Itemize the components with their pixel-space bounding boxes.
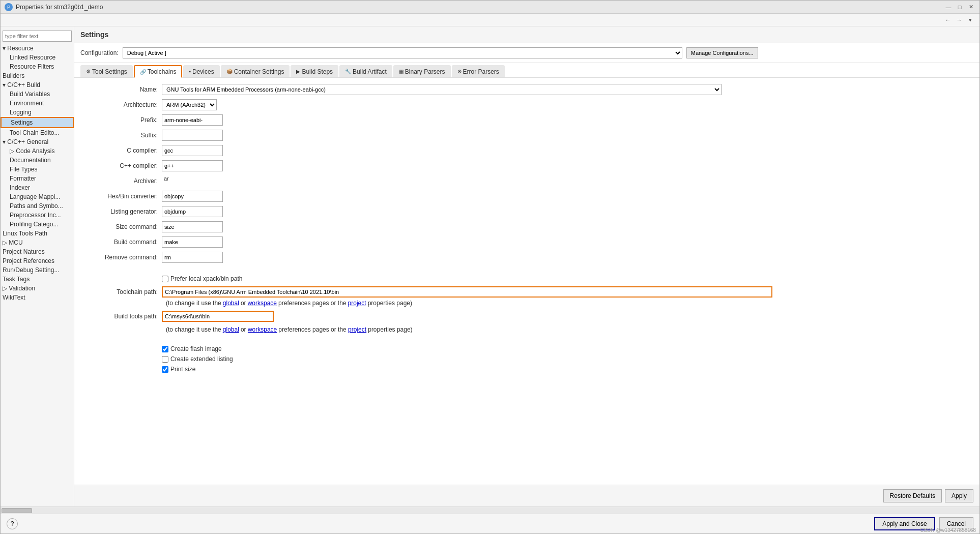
divider-1 xyxy=(80,267,973,275)
forward-button[interactable]: → xyxy=(954,15,964,25)
sidebar-item-file-types[interactable]: File Types xyxy=(1,165,74,174)
toolchain-path-hint: (to change it use the global or workspac… xyxy=(166,300,973,307)
prefer-local-label: Prefer local xpack/bin path xyxy=(170,275,242,282)
build-cmd-input[interactable] xyxy=(162,236,223,248)
tab-toolchains[interactable]: 🔗 Toolchains xyxy=(134,65,183,78)
toolchain-project-link[interactable]: project xyxy=(348,300,366,307)
minimize-button[interactable]: — xyxy=(944,3,953,12)
cpp-compiler-input[interactable] xyxy=(162,160,223,171)
remove-cmd-label: Remove command: xyxy=(80,254,162,261)
maximize-button[interactable]: □ xyxy=(955,3,964,12)
remove-cmd-input[interactable] xyxy=(162,252,223,263)
sidebar-item-builders[interactable]: Builders xyxy=(1,71,74,80)
sidebar-item-cpp-general[interactable]: ▾ C/C++ General xyxy=(1,137,74,146)
page-title: Settings xyxy=(80,31,973,39)
size-cmd-label: Size command: xyxy=(80,223,162,230)
toolchain-workspace-link[interactable]: workspace xyxy=(248,300,277,307)
sidebar-item-documentation[interactable]: Documentation xyxy=(1,156,74,165)
sidebar-item-project-natures[interactable]: Project Natures xyxy=(1,247,74,256)
c-compiler-input[interactable] xyxy=(162,145,223,156)
prefix-row: Prefix: xyxy=(80,114,973,126)
tab-tool-settings[interactable]: ⚙ Tool Settings xyxy=(80,65,133,77)
content-area: Settings Configuration: Debug [ Active ]… xyxy=(74,26,979,507)
create-extended-row: Create extended listing xyxy=(162,355,973,363)
size-cmd-input[interactable] xyxy=(162,221,223,232)
tab-error-parsers[interactable]: ⊗ Error Parsers xyxy=(452,65,505,77)
tab-build-steps[interactable]: ▶ Build Steps xyxy=(291,65,338,77)
sidebar-item-run-debug-setting[interactable]: Run/Debug Setting... xyxy=(1,265,74,275)
sidebar-item-code-analysis[interactable]: ▷ Code Analysis xyxy=(1,146,74,156)
sidebar-item-task-tags[interactable]: Task Tags xyxy=(1,275,74,284)
tab-build-steps-label: Build Steps xyxy=(302,68,333,75)
tab-build-artifact[interactable]: 🔧 Build Artifact xyxy=(339,65,392,77)
toolchain-path-input[interactable] xyxy=(162,286,772,298)
prefix-input[interactable] xyxy=(162,114,223,126)
sidebar-item-validation[interactable]: ▷ Validation xyxy=(1,284,74,293)
sidebar-item-formatter[interactable]: Formatter xyxy=(1,174,74,183)
back-button[interactable]: ← xyxy=(943,15,953,25)
hex-bin-input[interactable] xyxy=(162,191,223,202)
build-tools-workspace-link[interactable]: workspace xyxy=(248,326,277,333)
menu-button[interactable]: ▾ xyxy=(965,15,975,25)
restore-defaults-button[interactable]: Restore Defaults xyxy=(883,489,942,502)
architecture-row: Architecture: ARM (AArch32) xyxy=(80,99,973,110)
print-size-row: Print size xyxy=(162,366,973,373)
suffix-input[interactable] xyxy=(162,130,223,141)
prefix-label: Prefix: xyxy=(80,116,162,124)
sidebar-item-project-references[interactable]: Project References xyxy=(1,256,74,265)
properties-window: P Properties for stm32g0b1_demo — □ ✕ ← … xyxy=(0,0,980,534)
sidebar-item-wikitext[interactable]: WikiText xyxy=(1,293,74,302)
sidebar-item-mcu[interactable]: ▷ MCU xyxy=(1,238,74,247)
architecture-select[interactable]: ARM (AArch32) xyxy=(162,99,217,110)
print-size-checkbox[interactable] xyxy=(162,366,168,373)
bottom-bar: Restore Defaults Apply xyxy=(74,485,979,507)
sidebar-item-paths-symbols[interactable]: Paths and Symbo... xyxy=(1,201,74,211)
sidebar-item-cpp-build[interactable]: ▾ C/C++ Build xyxy=(1,80,74,90)
create-extended-checkbox[interactable] xyxy=(162,356,168,363)
tool-settings-icon: ⚙ xyxy=(86,69,91,74)
sidebar-item-preprocessor-inc[interactable]: Preprocessor Inc... xyxy=(1,211,74,220)
sidebar-item-settings[interactable]: Settings xyxy=(1,117,74,128)
sidebar-item-resource[interactable]: ▾ Resource xyxy=(1,44,74,53)
sidebar-item-profiling-categ[interactable]: Profiling Catego... xyxy=(1,220,74,229)
sidebar-item-indexer[interactable]: Indexer xyxy=(1,183,74,192)
sidebar-item-linux-tools-path[interactable]: Linux Tools Path xyxy=(1,229,74,238)
container-settings-icon: 📦 xyxy=(226,69,233,74)
tab-tool-settings-label: Tool Settings xyxy=(92,68,127,75)
listing-gen-input[interactable] xyxy=(162,206,223,217)
prefer-local-checkbox[interactable] xyxy=(162,276,168,282)
tab-container-settings[interactable]: 📦 Container Settings xyxy=(221,65,290,77)
sidebar-item-linked-resource[interactable]: Linked Resource xyxy=(1,53,74,62)
sidebar-item-tool-chain-editor[interactable]: Tool Chain Edito... xyxy=(1,128,74,137)
tab-container-settings-label: Container Settings xyxy=(234,68,284,75)
sidebar-item-logging[interactable]: Logging xyxy=(1,108,74,117)
sidebar-item-resource-filters[interactable]: Resource Filters xyxy=(1,62,74,71)
form-area: Name: GNU Tools for ARM Embedded Process… xyxy=(74,78,979,485)
bottom-bar-right: Restore Defaults Apply xyxy=(883,489,973,502)
create-flash-checkbox[interactable] xyxy=(162,346,168,352)
tab-devices-label: Devices xyxy=(192,68,214,75)
sidebar-item-language-mapping[interactable]: Language Mappi... xyxy=(1,192,74,201)
close-button[interactable]: ✕ xyxy=(966,3,975,12)
name-select[interactable]: GNU Tools for ARM Embedded Processors (a… xyxy=(162,84,722,95)
build-tools-path-input[interactable] xyxy=(162,311,274,322)
apply-button[interactable]: Apply xyxy=(945,489,973,502)
sidebar-filter-input[interactable] xyxy=(3,31,72,42)
tab-build-artifact-label: Build Artifact xyxy=(353,68,387,75)
tab-devices[interactable]: ▪ Devices xyxy=(183,65,219,77)
config-select[interactable]: Debug [ Active ] xyxy=(123,47,682,58)
help-button[interactable]: ? xyxy=(7,518,18,529)
listing-gen-row: Listing generator: xyxy=(80,206,973,217)
sidebar-item-environment[interactable]: Environment xyxy=(1,99,74,108)
sidebar-item-build-variables[interactable]: Build Variables xyxy=(1,90,74,99)
toolchain-global-link[interactable]: global xyxy=(223,300,239,307)
window-title: Properties for stm32g0b1_demo xyxy=(16,4,944,11)
build-steps-icon: ▶ xyxy=(296,69,300,74)
scrollbar-thumb[interactable] xyxy=(2,508,32,513)
tab-binary-parsers[interactable]: ▦ Binary Parsers xyxy=(393,65,451,77)
manage-configurations-button[interactable]: Manage Configurations... xyxy=(686,47,758,58)
build-tools-global-link[interactable]: global xyxy=(223,326,239,333)
build-tools-project-link[interactable]: project xyxy=(348,326,366,333)
architecture-label: Architecture: xyxy=(80,101,162,108)
build-tools-path-row: Build tools path: xyxy=(80,311,973,322)
